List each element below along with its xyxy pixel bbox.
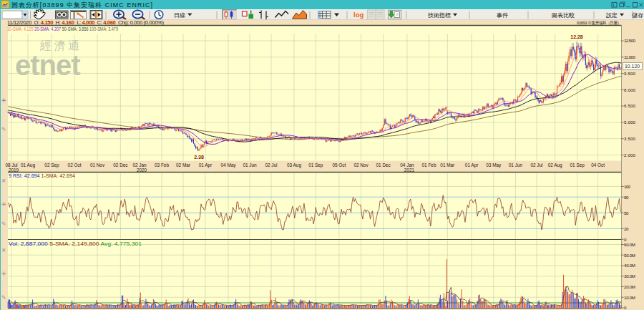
svg-text:✛: ✛: [1, 201, 6, 208]
svg-text:圖表分析[03899 中集安瑞科 CIMC ENRIC]: 圖表分析[03899 中集安瑞科 CIMC ENRIC]: [11, 1, 152, 9]
svg-text:04 Jan: 04 Jan: [400, 163, 414, 168]
svg-text:2.38: 2.38: [194, 155, 204, 160]
svg-text:12.28: 12.28: [570, 34, 583, 39]
svg-text:11.000: 11.000: [624, 54, 636, 59]
svg-text:01 Dec: 01 Dec: [376, 163, 391, 168]
svg-text:08 Jul: 08 Jul: [5, 163, 17, 168]
svg-text:12.500: 12.500: [624, 38, 636, 43]
svg-text:01 Sep: 01 Sep: [308, 163, 323, 168]
svg-text:技術指標: 技術指標: [427, 12, 451, 19]
svg-text:03 Aug: 03 Aug: [287, 163, 301, 168]
svg-text:01 Nov: 01 Nov: [90, 163, 105, 168]
svg-text:40.0M: 40.0M: [624, 263, 635, 268]
svg-text:✛: ✛: [1, 271, 6, 277]
svg-text:2019: 2019: [9, 168, 19, 173]
svg-text:03 May: 03 May: [486, 163, 502, 168]
svg-text:01 Jun: 01 Jun: [243, 163, 257, 168]
svg-text:11/12/2020 O: 4.150 H: 4.160: 11/12/2020 O: 4.150 H: 4.160 L: 4.000 C:…: [7, 20, 164, 26]
svg-text:8.000: 8.000: [624, 87, 636, 92]
svg-text:60.0M: 60.0M: [624, 242, 635, 247]
svg-text:05 Oct: 05 Oct: [332, 163, 346, 168]
svg-text:9.500: 9.500: [624, 71, 636, 76]
svg-text:100: 100: [624, 184, 631, 189]
svg-text:02 Oct: 02 Oct: [68, 163, 82, 168]
svg-text:日線: 日線: [174, 12, 185, 19]
svg-text:50: 50: [624, 210, 629, 215]
svg-text:10.120: 10.120: [625, 64, 640, 69]
svg-text:0: 0: [624, 305, 627, 310]
svg-text:02 Dec: 02 Dec: [113, 163, 128, 168]
svg-text:儲存: 儲存: [632, 12, 643, 19]
svg-text:02 Jul: 02 Jul: [530, 163, 542, 168]
svg-text:04 May: 04 May: [221, 163, 237, 168]
svg-text:0: 0: [624, 237, 627, 242]
svg-text:01 Sep: 01 Sep: [570, 163, 585, 168]
svg-text:3.500: 3.500: [624, 136, 636, 141]
svg-text:80: 80: [624, 195, 629, 200]
svg-text:5.000: 5.000: [624, 120, 636, 125]
svg-text:Vol: 2,887,000 5-SMA: 2,149,80: Vol: 2,887,000 5-SMA: 2,149,800 Avg: 4,7…: [9, 241, 142, 247]
svg-text:50.0M: 50.0M: [624, 253, 635, 258]
svg-text:2.000: 2.000: [624, 152, 636, 158]
svg-text:✕: ✕: [1, 178, 6, 184]
svg-text:01 Jun: 01 Jun: [509, 163, 523, 168]
svg-text:03899 中集安瑞科（日圖）: 03899 中集安瑞科（日圖）: [577, 20, 621, 26]
svg-text:01 Apr: 01 Apr: [199, 163, 213, 168]
svg-text:設定: 設定: [606, 12, 618, 19]
svg-text:✎: ✎: [1, 221, 6, 227]
svg-text:✕: ✕: [1, 247, 6, 253]
svg-text:02 Jan: 02 Jan: [132, 163, 147, 168]
svg-text:log: log: [353, 11, 364, 19]
svg-text:01 Feb: 01 Feb: [422, 163, 436, 168]
svg-text:20.0M: 20.0M: [624, 284, 635, 289]
svg-text:01 Aug: 01 Aug: [21, 163, 35, 168]
svg-text:01 Apr: 01 Apr: [465, 163, 479, 168]
svg-text:9 RSI: 42.694 1-SMA: 42.694: 9 RSI: 42.694 1-SMA: 42.694: [9, 173, 75, 178]
svg-text:圖表比較: 圖表比較: [552, 12, 575, 19]
svg-text:2020: 2020: [137, 168, 147, 173]
svg-text:✎: ✎: [1, 126, 6, 132]
svg-text:✛: ✛: [1, 97, 6, 104]
svg-text:02 Nov: 02 Nov: [353, 163, 369, 168]
svg-text:10.0M: 10.0M: [624, 295, 635, 300]
svg-text:02 Jul: 02 Jul: [265, 163, 277, 168]
svg-text:6.500: 6.500: [624, 103, 636, 108]
svg-text:etnet: etnet: [15, 49, 80, 81]
svg-text:02 Mar: 02 Mar: [176, 163, 191, 168]
svg-text:20: 20: [624, 226, 629, 231]
svg-text:02 Aug: 02 Aug: [548, 163, 562, 168]
svg-text:30.0M: 30.0M: [624, 273, 635, 278]
svg-text:10-SMA: 4.129 20-SMA: 4.207 50: 10-SMA: 4.129 20-SMA: 4.207 50-SMA: 3.85…: [7, 26, 118, 32]
svg-text:04 Oct: 04 Oct: [591, 163, 605, 168]
svg-text:02 Sep: 02 Sep: [44, 163, 59, 168]
svg-text:03 Feb: 03 Feb: [155, 163, 169, 168]
svg-text:01 Mar: 01 Mar: [440, 163, 455, 168]
svg-text:事件: 事件: [497, 12, 508, 19]
svg-text:2021: 2021: [404, 168, 415, 173]
svg-text:✎: ✎: [1, 294, 6, 301]
